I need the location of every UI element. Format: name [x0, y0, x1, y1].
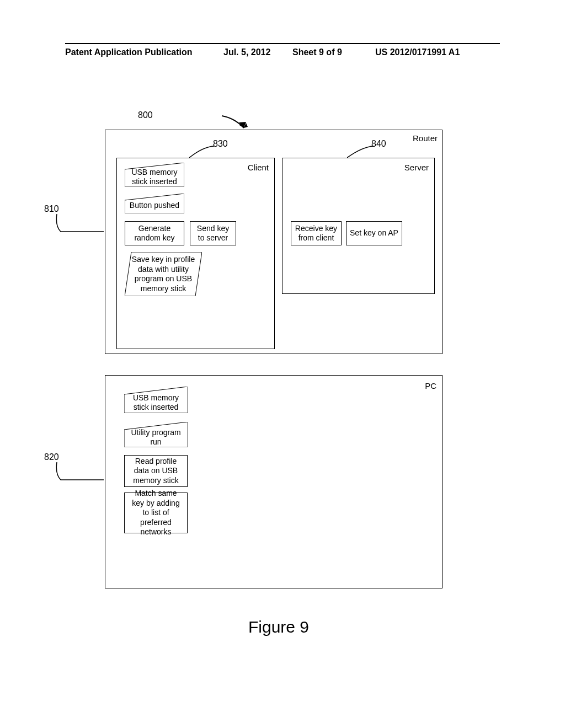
rect-set-key: Set key on AP [346, 221, 402, 245]
ref-810: 810 [44, 204, 59, 214]
text-utility-run: Utility program run [124, 428, 188, 447]
trap-save-key: Save key in profile data with utility pr… [125, 252, 202, 296]
pc-label: PC [425, 381, 436, 390]
ref-830: 830 [213, 139, 228, 149]
leader-810-icon [54, 214, 104, 242]
text-read-profile: Read profile data on USB memory stick [125, 456, 187, 487]
rect-receive-key: Receive key from client [291, 221, 342, 245]
publication-type: Patent Application Publication [65, 47, 193, 57]
rect-match-key: Match same key by adding to list of pref… [124, 493, 188, 533]
trap-usb-inserted-pc: USB memory stick inserted [124, 387, 188, 413]
text-save-key: Save key in profile data with utility pr… [127, 255, 200, 293]
figure-caption: Figure 9 [248, 618, 309, 636]
client-container: Client USB memory stick inserted Button … [116, 158, 275, 349]
rect-read-profile: Read profile data on USB memory stick [124, 455, 188, 487]
publication-number: US 2012/0171991 A1 [375, 47, 460, 57]
text-send-key: Send key to server [190, 223, 236, 244]
text-set-key: Set key on AP [347, 227, 402, 239]
router-label: Router [413, 133, 438, 143]
leader-820-icon [54, 462, 104, 490]
sheet-number: Sheet 9 of 9 [292, 47, 342, 57]
text-generate-key: Generate random key [125, 223, 184, 244]
pc-container: PC USB memory stick inserted Utility pro… [105, 375, 443, 588]
text-match-key: Match same key by adding to list of pref… [125, 488, 187, 538]
text-button-pushed: Button pushed [126, 201, 183, 211]
trap-button-pushed: Button pushed [125, 194, 184, 213]
text-receive-key: Receive key from client [291, 223, 341, 244]
trap-utility-run: Utility program run [124, 422, 188, 447]
ref-820: 820 [44, 452, 59, 462]
router-container: Router 830 840 Client USB memory stick i… [105, 130, 443, 354]
client-label: Client [248, 163, 269, 172]
publication-date: Jul. 5, 2012 [223, 47, 270, 57]
ref-840: 840 [371, 139, 386, 149]
rect-send-key: Send key to server [190, 221, 236, 245]
text-usb-inserted-pc: USB memory stick inserted [124, 393, 188, 413]
rect-generate-key: Generate random key [125, 221, 184, 245]
ref-800: 800 [138, 110, 153, 120]
trap-usb-inserted-client: USB memory stick inserted [125, 163, 184, 187]
server-container: Server Receive key from client Set key o… [282, 158, 435, 294]
server-label: Server [404, 163, 429, 172]
text-usb-inserted-client: USB memory stick inserted [125, 168, 184, 187]
header-rule [65, 43, 500, 44]
